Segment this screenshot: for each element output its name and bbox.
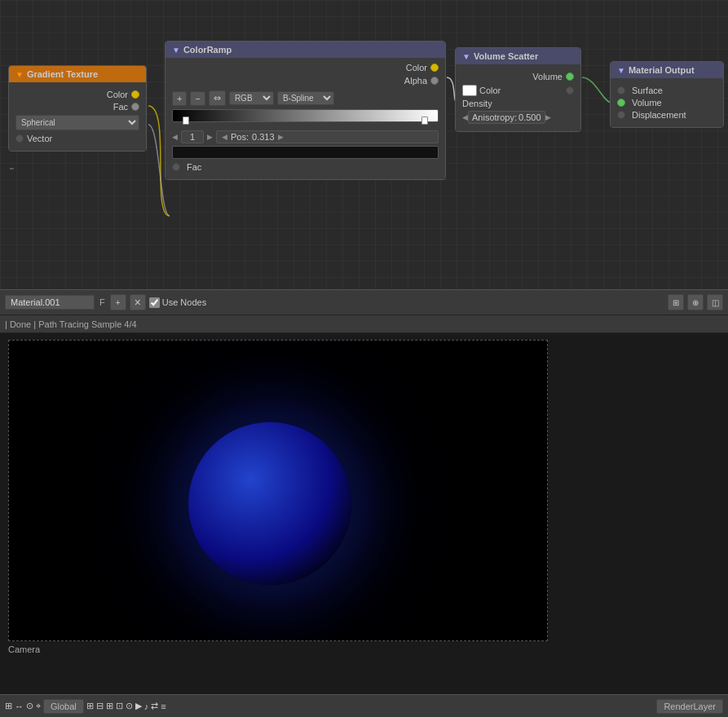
gradient-texture-fac-socket[interactable] bbox=[131, 103, 139, 111]
colorramp-color-socket[interactable] bbox=[430, 64, 439, 72]
node-zoom-btn[interactable]: ⊕ bbox=[687, 294, 704, 310]
bottom-toolbar: ⊞ ↔ ⊙ ⌖ Global ⊞ ⊟ ⊞ ⊡ ⊙ ▶ ♪ ⇄ ≡ RenderL… bbox=[0, 694, 728, 717]
volume-scatter-density-label: Density bbox=[462, 99, 492, 108]
render-btn[interactable]: ⊙ bbox=[126, 701, 133, 711]
node-editor[interactable]: ▼ Gradient Texture Color Fac LinearQuadr… bbox=[0, 0, 728, 289]
colorramp-title: ColorRamp bbox=[183, 45, 232, 55]
pivot-btn[interactable]: ⊙ bbox=[26, 701, 33, 711]
colorramp-index-next[interactable]: ▶ bbox=[207, 133, 213, 141]
colorramp-fac-input-label: Fac bbox=[187, 162, 201, 172]
use-nodes-checkbox[interactable] bbox=[149, 297, 160, 308]
timeline-btn[interactable]: ≡ bbox=[161, 702, 165, 711]
colorramp-color-label: Color bbox=[406, 63, 427, 73]
colorramp-remove-btn[interactable]: − bbox=[190, 91, 205, 106]
gradient-texture-vector-row: Vector bbox=[15, 134, 139, 143]
colorramp-alpha-socket[interactable] bbox=[430, 77, 439, 85]
preview-viewport[interactable] bbox=[8, 340, 548, 641]
colorramp-add-btn[interactable]: + bbox=[172, 91, 187, 106]
colorramp-header: ▼ ColorRamp bbox=[165, 42, 445, 58]
scene-btn[interactable]: ⊞ bbox=[5, 701, 12, 711]
material-output-volume-row: Volume bbox=[617, 98, 717, 108]
colorramp-index-value: 1 bbox=[181, 130, 204, 143]
volume-scatter-volume-row: Volume bbox=[462, 72, 574, 81]
render-layer-label[interactable]: RenderLayer bbox=[656, 699, 723, 714]
colorramp-flip-btn[interactable]: ⇔ bbox=[209, 90, 226, 106]
colorramp-controls: + − ⇔ RGB B-Spline bbox=[172, 90, 439, 106]
material-output-node[interactable]: ▼ Material Output Surface Volume Displac… bbox=[610, 61, 724, 128]
colorramp-stop-right[interactable] bbox=[421, 117, 428, 125]
sphere-render bbox=[188, 422, 351, 585]
use-nodes-label: Use Nodes bbox=[162, 297, 206, 307]
colorramp-node[interactable]: ▼ ColorRamp Color Alpha + − ⇔ bbox=[165, 41, 446, 180]
volume-scatter-color-swatch[interactable] bbox=[462, 85, 477, 96]
volume-scatter-volume-label: Volume bbox=[532, 72, 563, 81]
grid2-btn[interactable]: ⊟ bbox=[96, 701, 104, 711]
colorramp-pos-field[interactable]: ◀ Pos: 0.313 ▶ bbox=[216, 130, 439, 143]
volume-scatter-color-label: Color bbox=[479, 86, 501, 95]
colorramp-pos-next[interactable]: ▶ bbox=[278, 133, 284, 141]
colorramp-index-row: ◀ 1 ▶ ◀ Pos: 0.313 ▶ bbox=[172, 130, 439, 143]
colorramp-stop-left[interactable] bbox=[183, 117, 189, 125]
colorramp-color-row: Color bbox=[406, 63, 439, 73]
colorramp-rgb-select[interactable]: RGB bbox=[229, 91, 274, 105]
gradient-texture-fac-label: Fac bbox=[113, 102, 128, 112]
gradient-texture-color-row: Color bbox=[15, 90, 139, 99]
snap-btn[interactable]: ⌖ bbox=[36, 701, 41, 711]
material-output-volume-socket[interactable] bbox=[617, 99, 625, 107]
colorramp-color-swatch[interactable] bbox=[172, 146, 439, 159]
anisotropy-label: Anisotropy: bbox=[472, 112, 517, 122]
gradient-texture-color-label: Color bbox=[107, 90, 128, 99]
gradient-texture-vector-label: Vector bbox=[27, 134, 52, 143]
node-editor-toolbar: F + × Use Nodes ⊞ ⊕ ◫ bbox=[0, 289, 728, 315]
anim-btn[interactable]: ▶ bbox=[135, 701, 142, 711]
anisotropy-prev[interactable]: ◀ bbox=[462, 113, 468, 121]
f-label: F bbox=[99, 297, 105, 307]
material-output-displacement-socket[interactable] bbox=[617, 111, 625, 119]
material-output-displacement-label: Displacement bbox=[632, 110, 686, 120]
volume-scatter-header: ▼ Volume Scatter bbox=[456, 48, 580, 64]
volume-scatter-anisotropy-row: ◀ Anisotropy: 0.500 ▶ bbox=[462, 111, 574, 124]
colorramp-pos-prev[interactable]: ◀ bbox=[222, 133, 227, 141]
gradient-texture-title: Gradient Texture bbox=[27, 69, 98, 79]
grid-btn[interactable]: ⊞ bbox=[86, 701, 94, 711]
gradient-texture-node[interactable]: ▼ Gradient Texture Color Fac LinearQuadr… bbox=[8, 65, 147, 152]
colorramp-pos-value: 0.313 bbox=[252, 132, 275, 142]
material-name-input[interactable] bbox=[5, 295, 95, 310]
colorramp-bar-container bbox=[172, 109, 439, 127]
sync-btn[interactable]: ⇄ bbox=[151, 701, 158, 711]
anisotropy-field[interactable]: Anisotropy: 0.500 bbox=[468, 111, 545, 124]
gradient-texture-color-socket[interactable] bbox=[131, 90, 139, 99]
volume-scatter-color-row: Color bbox=[462, 85, 574, 96]
volume-scatter-node[interactable]: ▼ Volume Scatter Volume Color Density bbox=[455, 47, 581, 132]
volume-scatter-color-socket[interactable] bbox=[566, 86, 574, 95]
anisotropy-value: 0.500 bbox=[518, 112, 541, 122]
colorramp-alpha-label: Alpha bbox=[404, 76, 427, 86]
material-output-volume-label: Volume bbox=[632, 98, 662, 108]
volume-scatter-volume-socket[interactable] bbox=[566, 73, 574, 81]
volume-scatter-density-row: Density bbox=[462, 99, 574, 108]
grid3-btn[interactable]: ⊞ bbox=[106, 701, 113, 711]
use-nodes-check[interactable]: Use Nodes bbox=[149, 297, 206, 308]
colorramp-bar[interactable] bbox=[172, 109, 439, 122]
colorramp-fac-input-row: Fac bbox=[172, 162, 439, 172]
status-text: | Done | Path Tracing Sample 4/4 bbox=[5, 319, 137, 329]
global-label[interactable]: Global bbox=[43, 699, 84, 714]
gradient-type-dropdown[interactable]: LinearQuadraticEasingDiagonalSphericalQu… bbox=[15, 115, 139, 130]
audio-btn[interactable]: ♪ bbox=[144, 702, 149, 711]
preview-label: Camera bbox=[8, 644, 40, 654]
colorramp-fac-socket[interactable] bbox=[172, 163, 180, 171]
node-settings-btn[interactable]: ◫ bbox=[707, 294, 723, 310]
gradient-texture-vector-socket[interactable] bbox=[15, 134, 24, 143]
material-output-surface-socket[interactable] bbox=[617, 86, 625, 95]
colorramp-alpha-row: Alpha bbox=[404, 76, 439, 86]
remove-material-btn[interactable]: × bbox=[130, 294, 146, 310]
colorramp-index-prev[interactable]: ◀ bbox=[172, 133, 178, 141]
anisotropy-next[interactable]: ▶ bbox=[545, 113, 551, 121]
add-material-btn[interactable]: + bbox=[110, 294, 126, 310]
colorramp-interp-select[interactable]: B-Spline bbox=[277, 91, 334, 105]
node-view-btn[interactable]: ⊞ bbox=[668, 294, 684, 310]
camera-btn[interactable]: ⊡ bbox=[116, 701, 123, 711]
gradient-texture-header: ▼ Gradient Texture bbox=[9, 66, 146, 82]
transform-btn[interactable]: ↔ bbox=[15, 702, 24, 711]
material-output-header: ▼ Material Output bbox=[611, 62, 723, 78]
